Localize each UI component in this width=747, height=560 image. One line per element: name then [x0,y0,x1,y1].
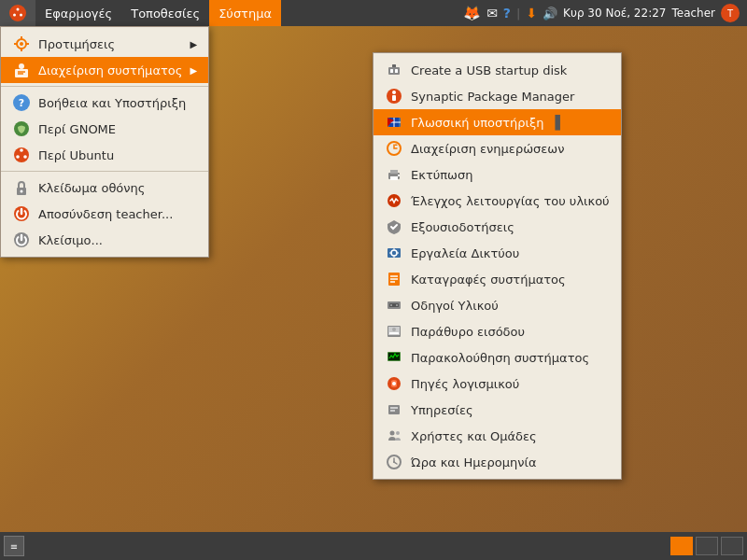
auth-item[interactable]: Εξουσιοδοτήσεις [374,214,621,240]
login-window-icon [385,322,403,341]
login-window-item[interactable]: Παράθυρο εισόδου [374,318,621,344]
software-sources-item[interactable]: Πηγές λογισμικού [374,371,621,397]
svg-point-2 [20,14,22,17]
taskbar-left: ≡ [0,536,24,556]
user-display: Teacher [671,7,715,20]
system-admin-icon [12,61,31,79]
synaptic-item[interactable]: Synaptic Package Manager [374,83,621,109]
services-label: Υπηρεσίες [411,403,473,417]
volume-icon[interactable]: 🔊 [543,7,557,21]
login-window-label: Παράθυρο εισόδου [411,325,525,339]
logs-icon [385,270,403,288]
hardware-test-item[interactable]: Έλεγχος λειτουργίας του υλικού [374,188,621,214]
desktop: Εφαρμογές Τοποθεσίες Σύστημα 🦊 ✉ ? | ⬇ 🔊… [0,0,747,560]
apps-menu-button[interactable]: Εφαρμογές [35,0,121,26]
ubuntu-logo[interactable] [0,0,35,26]
hardware-test-icon [385,191,403,210]
language-icon [385,113,403,132]
updates-icon [385,139,403,158]
panel-left: Εφαρμογές Τοποθεσίες Σύστημα [0,0,281,26]
lock-screen-label: Κλείδωμα οθόνης [38,181,145,195]
preferences-item[interactable]: Προτιμήσεις ▶ [1,31,208,57]
firefox-icon[interactable]: 🦊 [463,5,481,21]
drivers-item[interactable]: Οδηγοί Υλικού [374,292,621,318]
user-icon[interactable]: T [721,4,740,22]
svg-rect-24 [390,69,393,73]
bottom-panel: ≡ [0,532,747,560]
svg-point-1 [17,8,20,11]
places-menu-label: Τοποθεσίες [131,7,200,21]
usb-startup-item[interactable]: Create a USB startup disk [374,57,621,83]
datetime-item[interactable]: Ώρα και Ημερομηνία [374,449,621,475]
logout-item[interactable]: Αποσύνδεση teacher... [1,201,208,227]
drivers-label: Οδηγοί Υλικού [411,299,499,313]
taskbar-menu-btn[interactable]: ≡ [4,536,24,556]
system-admin-label: Διαχείριση συστήματος [38,63,182,77]
help-icon-menu: ? [12,93,31,112]
print-icon [385,165,403,184]
separator-2 [1,171,208,172]
taskbar-right [670,537,747,555]
separator-1 [1,86,208,87]
shutdown-item[interactable]: Κλείσιμο... [1,227,208,253]
svg-point-17 [23,155,27,159]
print-item[interactable]: Εκτύπωση [374,161,621,188]
download-icon[interactable]: ⬇ [526,6,537,21]
users-groups-icon [385,427,403,445]
preferences-label: Προτιμήσεις [38,37,115,51]
system-monitor-label: Παρακολούθηση συστήματος [411,351,589,365]
updates-label: Διαχείριση ενημερώσεων [411,142,564,156]
svg-point-28 [392,91,396,94]
system-monitor-icon [385,348,403,367]
system-menu-label: Σύστημα [218,7,272,21]
about-ubuntu-item[interactable]: Περί Ubuntu [1,142,208,168]
svg-point-3 [13,14,16,17]
svg-point-54 [390,304,392,306]
cursor-indicator: ▌ [555,115,565,130]
language-item[interactable]: Γλωσσική υποστήριξη ▌ [374,109,621,135]
datetime-icon [385,453,403,471]
workspace-2[interactable] [696,537,718,555]
drivers-icon [385,296,403,315]
ubuntu-icon [9,5,26,21]
svg-rect-26 [392,64,396,67]
lock-icon [12,178,31,197]
apps-menu-label: Εφαρμογές [45,7,112,21]
separator-icon: | [516,7,520,21]
about-ubuntu-label: Περί Ubuntu [38,148,114,162]
help-icon[interactable]: ? [503,6,511,21]
svg-point-55 [396,304,398,306]
svg-rect-39 [390,176,398,180]
about-gnome-item[interactable]: Περί GNOME [1,116,208,142]
logout-label: Αποσύνδεση teacher... [38,207,173,221]
svg-rect-23 [388,67,400,75]
mail-icon[interactable]: ✉ [486,6,498,21]
about-gnome-label: Περί GNOME [38,122,116,136]
services-item[interactable]: Υπηρεσίες [374,397,621,423]
auth-label: Εξουσιοδοτήσεις [411,220,514,234]
network-tools-icon [385,244,403,262]
network-tools-item[interactable]: Εργαλεία Δικτύου [374,240,621,266]
workspace-1[interactable] [670,537,693,555]
svg-point-11 [19,63,24,69]
preferences-arrow: ▶ [190,39,197,49]
svg-point-70 [393,461,395,463]
svg-point-68 [396,431,400,435]
workspace-3[interactable] [721,537,743,555]
lock-screen-item[interactable]: Κλείδωμα οθόνης [1,175,208,201]
updates-item[interactable]: Διαχείριση ενημερώσεων [374,135,621,161]
places-menu-button[interactable]: Τοποθεσίες [121,0,209,26]
help-item[interactable]: ? Βοήθεια και Υποστήριξη [1,90,208,116]
usb-startup-label: Create a USB startup disk [411,63,567,77]
users-groups-item[interactable]: Χρήστες και Ομάδες [374,423,621,449]
synaptic-label: Synaptic Package Manager [411,90,574,104]
logs-item[interactable]: Καταγραφές συστήματος [374,266,621,292]
system-menu-button[interactable]: Σύστημα [209,0,281,26]
system-monitor-item[interactable]: Παρακολούθηση συστήματος [374,344,621,371]
system-admin-item[interactable]: Διαχείριση συστήματος ▶ [1,57,208,83]
datetime-display: Κυρ 30 Νοέ, 22:27 [563,7,666,20]
hardware-test-label: Έλεγχος λειτουργίας του υλικού [411,194,610,208]
software-sources-label: Πηγές λογισμικού [411,377,519,391]
svg-rect-25 [395,69,398,73]
svg-rect-40 [398,175,400,176]
